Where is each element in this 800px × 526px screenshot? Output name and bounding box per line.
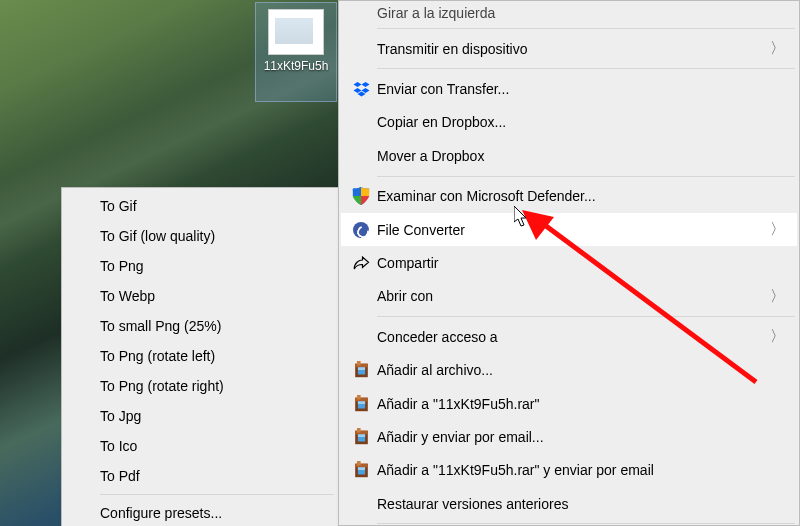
mouse-cursor-icon [514,206,530,228]
svg-rect-4 [357,361,361,366]
menu-item-add-to-archive[interactable]: Añadir al archivo... [341,354,797,387]
submenu-item-to-pdf[interactable]: To Pdf [64,461,336,491]
menu-item-cast-device[interactable]: Transmitir en dispositivo〉 [341,32,797,65]
file-name: 11xKt9Fu5h [256,59,336,73]
submenu-item-to-png-rotate-left[interactable]: To Png (rotate left) [64,341,336,371]
menu-separator [377,176,795,177]
winrar-icon [347,360,375,380]
menu-item-share[interactable]: Compartir [341,246,797,279]
submenu-item-to-gif[interactable]: To Gif [64,191,336,221]
file-converter-icon [347,220,375,240]
svg-rect-14 [357,428,361,433]
submenu-item-to-jpg[interactable]: To Jpg [64,401,336,431]
winrar-icon [347,394,375,414]
menu-item-restore-versions[interactable]: Restaurar versiones anteriores [341,487,797,520]
submenu-item-to-webp[interactable]: To Webp [64,281,336,311]
menu-item-copy-dropbox[interactable]: Copiar en Dropbox... [341,106,797,139]
winrar-icon [347,427,375,447]
svg-rect-19 [357,461,361,466]
shield-icon [347,186,375,206]
menu-item-move-dropbox[interactable]: Mover a Dropbox [341,139,797,172]
svg-rect-9 [357,395,361,400]
menu-item-file-converter[interactable]: File Converter〉 [341,213,797,246]
menu-item-add-and-email[interactable]: Añadir y enviar por email... [341,420,797,453]
menu-item-open-with[interactable]: Abrir con〉 [341,280,797,313]
svg-rect-8 [357,401,364,404]
menu-item-add-named-and-email[interactable]: Añadir a "11xKt9Fu5h.rar" y enviar por e… [341,454,797,487]
submenu-item-configure-presets[interactable]: Configure presets... [64,498,336,526]
menu-item-send-transfer[interactable]: Enviar con Transfer... [341,72,797,105]
submenu-item-to-small-png[interactable]: To small Png (25%) [64,311,336,341]
menu-separator [377,28,795,29]
menu-item-add-to-named-rar[interactable]: Añadir a "11xKt9Fu5h.rar" [341,387,797,420]
share-icon [347,253,375,273]
chevron-right-icon: 〉 [767,327,785,346]
chevron-right-icon: 〉 [767,39,785,58]
submenu-item-to-png-rotate-right[interactable]: To Png (rotate right) [64,371,336,401]
submenu-item-to-png[interactable]: To Png [64,251,336,281]
chevron-right-icon: 〉 [767,287,785,306]
submenu-separator [100,494,334,495]
svg-rect-3 [357,368,364,371]
submenu-file-converter: To Gif To Gif (low quality) To Png To We… [61,187,339,526]
menu-separator [377,68,795,69]
context-menu-main: Girar a la izquierda Transmitir en dispo… [338,0,800,526]
menu-item-defender[interactable]: Examinar con Microsoft Defender... [341,180,797,213]
desktop-file-selected[interactable]: 11xKt9Fu5h [255,2,337,102]
file-thumbnail [268,9,324,55]
svg-rect-18 [357,468,364,471]
dropbox-icon [347,79,375,99]
menu-separator [377,523,795,524]
menu-item-rotate-left[interactable]: Girar a la izquierda [341,1,797,25]
menu-separator [377,316,795,317]
svg-rect-13 [357,434,364,437]
desktop: 11xKt9Fu5h To Gif To Gif (low quality) T… [0,0,800,526]
menu-item-give-access[interactable]: Conceder acceso a〉 [341,320,797,353]
submenu-item-to-ico[interactable]: To Ico [64,431,336,461]
winrar-icon [347,460,375,480]
chevron-right-icon: 〉 [767,220,785,239]
submenu-item-to-gif-low[interactable]: To Gif (low quality) [64,221,336,251]
